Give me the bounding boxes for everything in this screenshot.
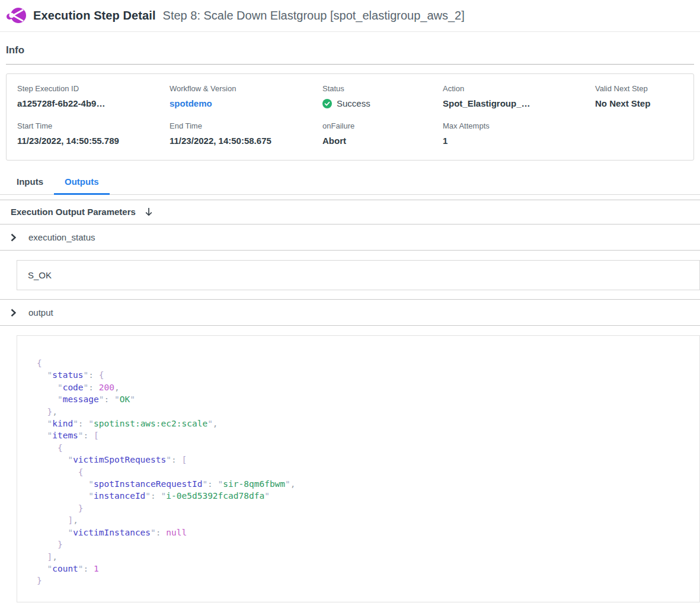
tab-inputs[interactable]: Inputs bbox=[6, 171, 54, 194]
field-value: Spot_Elastigroup_… bbox=[443, 98, 595, 108]
info-row-1: Step Execution ID a125728f-6b22-4b9… Wor… bbox=[17, 84, 683, 109]
field-end-time: End Time 11/23/2022, 14:50:58.675 bbox=[170, 121, 322, 146]
info-row-2: Start Time 11/23/2022, 14:50:55.789 End … bbox=[17, 121, 683, 146]
field-label: End Time bbox=[170, 121, 322, 130]
field-label: Valid Next Step bbox=[595, 84, 683, 93]
success-check-icon bbox=[322, 99, 332, 108]
field-label: Workflow & Version bbox=[170, 84, 322, 93]
page-subtitle: Step 8: Scale Down Elastgroup [spot_elas… bbox=[163, 9, 465, 23]
execution-status-value: S_OK bbox=[17, 260, 700, 290]
output-value-area: { "status": { "code": 200, "message": "O… bbox=[0, 326, 700, 603]
field-label: Start Time bbox=[17, 121, 170, 130]
field-value: 11/23/2022, 14:50:58.675 bbox=[170, 136, 322, 146]
output-parameters-title: Execution Output Parameters bbox=[11, 207, 136, 217]
output-json-code: { "status": { "code": 200, "message": "O… bbox=[37, 357, 688, 587]
execution-status-value-area: S_OK bbox=[0, 251, 700, 300]
workflow-link[interactable]: spotdemo bbox=[170, 98, 212, 108]
field-onfailure: onFailure Abort bbox=[322, 121, 443, 146]
field-label: Max Attempts bbox=[443, 121, 595, 130]
tab-outputs[interactable]: Outputs bbox=[54, 171, 110, 194]
app-header: Execution Step Detail Step 8: Scale Down… bbox=[0, 0, 700, 32]
chevron-right-icon[interactable] bbox=[11, 309, 16, 317]
param-row-output[interactable]: output bbox=[0, 300, 700, 326]
field-workflow-version: Workflow & Version spotdemo bbox=[170, 84, 322, 109]
page-title: Execution Step Detail bbox=[33, 9, 156, 23]
output-parameters-section: Execution Output Parameters execution_st… bbox=[0, 200, 700, 603]
field-label: Step Execution ID bbox=[17, 84, 170, 93]
field-value: No Next Step bbox=[595, 98, 683, 108]
field-status: Status Success bbox=[322, 84, 443, 109]
sort-descending-icon[interactable] bbox=[144, 207, 154, 217]
field-label: Status bbox=[322, 84, 443, 93]
tab-bar: Inputs Outputs bbox=[0, 171, 700, 195]
info-section-heading: Info bbox=[6, 44, 694, 65]
field-action: Action Spot_Elastigroup_… bbox=[443, 84, 595, 109]
output-parameters-header: Execution Output Parameters bbox=[0, 200, 700, 224]
field-step-execution-id: Step Execution ID a125728f-6b22-4b9… bbox=[17, 84, 170, 109]
field-start-time: Start Time 11/23/2022, 14:50:55.789 bbox=[17, 121, 170, 146]
param-row-execution-status[interactable]: execution_status bbox=[0, 224, 700, 251]
param-name: output bbox=[28, 307, 53, 317]
field-valid-next-step: Valid Next Step No Next Step bbox=[595, 84, 683, 109]
app-logo-icon bbox=[6, 7, 27, 24]
field-max-attempts: Max Attempts 1 bbox=[443, 121, 595, 146]
field-value: Abort bbox=[322, 136, 443, 146]
output-json-box: { "status": { "code": 200, "message": "O… bbox=[17, 335, 700, 602]
param-name: execution_status bbox=[28, 232, 95, 242]
field-label: Action bbox=[443, 84, 595, 93]
chevron-right-icon[interactable] bbox=[11, 233, 16, 242]
field-label: onFailure bbox=[322, 121, 443, 130]
status-badge: Success bbox=[337, 98, 370, 108]
info-card: Step Execution ID a125728f-6b22-4b9… Wor… bbox=[6, 73, 694, 161]
field-value: 1 bbox=[443, 136, 595, 146]
field-value: a125728f-6b22-4b9… bbox=[17, 98, 170, 108]
field-value: 11/23/2022, 14:50:55.789 bbox=[17, 136, 170, 146]
